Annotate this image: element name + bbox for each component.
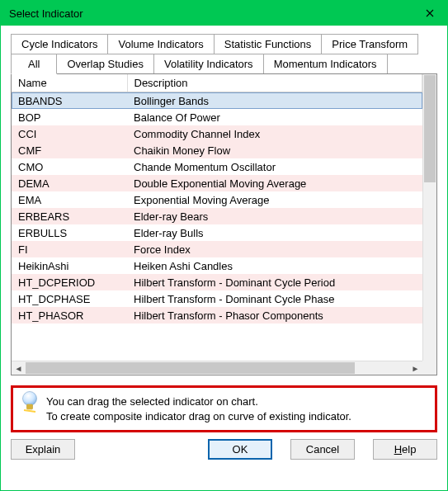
cell-name: HT_PHASOR	[12, 307, 127, 323]
cell-name: CCI	[12, 125, 127, 142]
vertical-scrollbar[interactable]	[422, 74, 436, 361]
cell-description: Elder-ray Bears	[127, 208, 422, 224]
ok-button[interactable]: OK	[208, 439, 272, 460]
close-button[interactable]	[413, 1, 447, 26]
cell-name: ERBEARS	[12, 208, 127, 224]
lightbulb-icon	[21, 390, 38, 417]
tab-statistic-functions[interactable]: Statistic Functions	[214, 34, 323, 54]
table-row[interactable]: HeikinAshiHeiken Ashi Candles	[12, 257, 422, 274]
vertical-scroll-thumb[interactable]	[424, 75, 436, 182]
cell-description: Bollinger Bands	[127, 92, 422, 110]
col-header-description[interactable]: Description	[127, 74, 422, 92]
cell-name: CMO	[12, 158, 127, 175]
tab-overlap-studies[interactable]: Overlap Studies	[56, 54, 154, 74]
hint-line-1: You can drag the selected indicator on c…	[46, 394, 351, 409]
tab-price-transform[interactable]: Price Transform	[321, 34, 418, 54]
table-row[interactable]: HT_DCPHASEHilbert Transform - Dominant C…	[12, 290, 422, 307]
cell-description: Heiken Ashi Candles	[127, 257, 422, 274]
scroll-right-icon[interactable]: ►	[408, 361, 422, 375]
hint-line-2: To create composite indicator drag on cu…	[46, 409, 351, 424]
hint-box: You can drag the selected indicator on c…	[11, 385, 437, 432]
cell-description: Double Exponential Moving Average	[127, 175, 422, 191]
table-row[interactable]: CCICommodity Channel Index	[12, 125, 422, 142]
help-button[interactable]: Help	[373, 439, 437, 460]
table-row[interactable]: ERBEARSElder-ray Bears	[12, 208, 422, 224]
explain-button[interactable]: Explain	[11, 439, 75, 460]
cell-name: BBANDS	[12, 92, 127, 110]
cell-name: HT_DCPERIOD	[12, 274, 127, 290]
tab-momentum-indicators[interactable]: Momentum Indicators	[263, 54, 388, 74]
cell-description: Hilbert Transform - Phasor Components	[127, 307, 422, 323]
hint-text: You can drag the selected indicator on c…	[46, 394, 351, 423]
table-body: BBANDSBollinger BandsBOPBalance Of Power…	[12, 92, 422, 324]
cell-description: Chande Momentum Oscillator	[127, 158, 422, 175]
table-row[interactable]: BOPBalance Of Power	[12, 109, 422, 125]
cell-name: BOP	[12, 109, 127, 125]
tab-volume-indicators[interactable]: Volume Indicators	[107, 34, 214, 54]
table-row[interactable]: DEMADouble Exponential Moving Average	[12, 175, 422, 191]
scroll-left-icon[interactable]: ◄	[12, 361, 26, 375]
help-rest: elp	[402, 443, 416, 456]
cell-name: HeikinAshi	[12, 257, 127, 274]
cell-description: Chaikin Money Flow	[127, 142, 422, 158]
col-header-name[interactable]: Name	[12, 74, 127, 92]
cell-name: CMF	[12, 142, 127, 158]
svg-rect-1	[27, 404, 33, 409]
cell-name: EMA	[12, 191, 127, 208]
horizontal-scroll-thumb[interactable]	[26, 362, 355, 374]
help-mnemonic: H	[394, 443, 402, 456]
tab-strip: Cycle Indicators Volume Indicators Stati…	[11, 34, 437, 73]
cell-name: ERBULLS	[12, 224, 127, 241]
svg-point-0	[23, 392, 37, 406]
tab-volatility-indicators[interactable]: Volatility Indicators	[153, 54, 264, 74]
table-row[interactable]: HT_PHASORHilbert Transform - Phasor Comp…	[12, 307, 422, 323]
tab-row-upper: Cycle Indicators Volume Indicators Stati…	[11, 34, 437, 54]
cell-description: Force Index	[127, 241, 422, 257]
tab-row-lower: All Overlap Studies Volatility Indicator…	[11, 54, 437, 73]
close-icon	[426, 9, 434, 17]
table-row[interactable]: ERBULLSElder-ray Bulls	[12, 224, 422, 241]
button-row: Explain OK Cancel Help	[11, 439, 437, 460]
cell-description: Hilbert Transform - Dominant Cycle Phase	[127, 290, 422, 307]
dialog-content: Cycle Indicators Volume Indicators Stati…	[1, 26, 447, 466]
window-title: Select Indicator	[9, 7, 83, 20]
cell-description: Exponential Moving Average	[127, 191, 422, 208]
cell-description: Balance Of Power	[127, 109, 422, 125]
tab-cycle-indicators[interactable]: Cycle Indicators	[11, 34, 108, 54]
indicator-table-wrap: Name Description BBANDSBollinger BandsBO…	[11, 73, 437, 375]
table-row[interactable]: BBANDSBollinger Bands	[12, 92, 422, 110]
cell-description: Hilbert Transform - Dominant Cycle Perio…	[127, 274, 422, 290]
table-header-row: Name Description	[12, 74, 422, 92]
cancel-button[interactable]: Cancel	[290, 439, 355, 460]
table-row[interactable]: FIForce Index	[12, 241, 422, 257]
cell-description: Commodity Channel Index	[127, 125, 422, 142]
table-row[interactable]: EMAExponential Moving Average	[12, 191, 422, 208]
table-row[interactable]: HT_DCPERIODHilbert Transform - Dominant …	[12, 274, 422, 290]
horizontal-scrollbar[interactable]: ◄ ►	[12, 361, 422, 375]
table-row[interactable]: CMFChaikin Money Flow	[12, 142, 422, 158]
cell-name: HT_DCPHASE	[12, 290, 127, 307]
cell-name: DEMA	[12, 175, 127, 191]
tab-all[interactable]: All	[11, 54, 57, 74]
table-row[interactable]: CMOChande Momentum Oscillator	[12, 158, 422, 175]
cell-name: FI	[12, 241, 127, 257]
cell-description: Elder-ray Bulls	[127, 224, 422, 241]
indicator-table: Name Description BBANDSBollinger BandsBO…	[12, 74, 422, 323]
scroll-corner	[422, 361, 436, 375]
titlebar: Select Indicator	[1, 1, 447, 26]
